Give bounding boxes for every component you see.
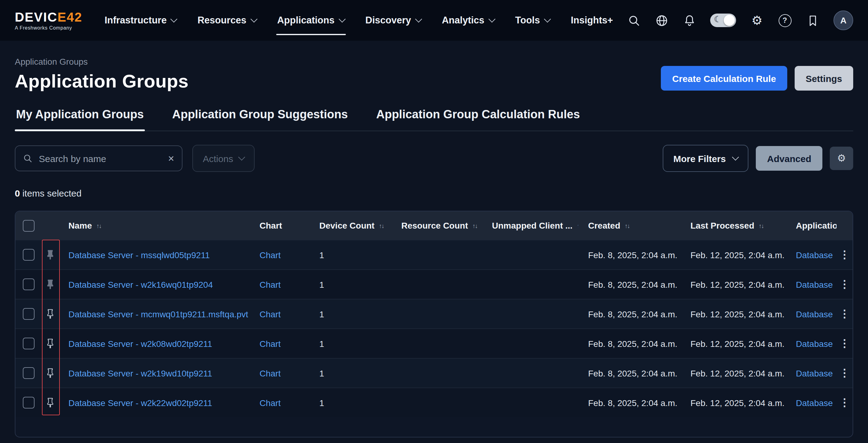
- actions-dropdown[interactable]: Actions: [192, 145, 255, 172]
- pin-icon[interactable]: [45, 398, 55, 408]
- actions-label: Actions: [203, 153, 233, 164]
- application-link[interactable]: Database: [796, 250, 833, 260]
- nav-item-analytics[interactable]: Analytics: [442, 0, 494, 41]
- tab-my-application-groups[interactable]: My Application Groups: [15, 104, 145, 131]
- column-header-last-processed[interactable]: Last Processed↑↓: [681, 221, 786, 230]
- row-menu-icon[interactable]: ⋮: [839, 279, 850, 290]
- column-header-name[interactable]: Name↑↓: [59, 221, 250, 230]
- table-row: Database Server - w2k08wd02tp9211 Chart …: [16, 328, 852, 358]
- sort-icon[interactable]: ↑↓: [624, 222, 629, 229]
- column-header-resource-count[interactable]: Resource Count↑↓: [392, 221, 482, 230]
- settings-gear-icon[interactable]: ⚙: [750, 13, 764, 27]
- help-icon[interactable]: ?: [778, 13, 792, 27]
- create-calculation-rule-button[interactable]: Create Calculation Rule: [661, 66, 787, 91]
- tab-bar: My Application Groups Application Group …: [15, 104, 853, 131]
- bookmark-icon[interactable]: [806, 13, 819, 27]
- row-menu-icon[interactable]: ⋮: [839, 309, 850, 319]
- row-checkbox[interactable]: [23, 367, 34, 379]
- page-title: Application Groups: [15, 71, 189, 92]
- row-checkbox[interactable]: [23, 308, 34, 320]
- pin-icon[interactable]: [45, 250, 55, 260]
- application-link[interactable]: Database: [796, 368, 833, 378]
- row-menu-icon[interactable]: ⋮: [839, 250, 850, 260]
- row-checkbox[interactable]: [23, 249, 34, 261]
- column-header-unmapped-client[interactable]: Unmapped Client ...↑↓: [482, 221, 578, 230]
- notifications-bell-icon[interactable]: [682, 13, 696, 27]
- tab-application-group-calculation-rules[interactable]: Application Group Calculation Rules: [375, 104, 581, 131]
- group-name-link[interactable]: Database Server - w2k16wq01tp9204: [68, 279, 213, 289]
- group-name-link[interactable]: Database Server - mssqlwd05tp9211: [68, 250, 210, 260]
- user-avatar[interactable]: A: [834, 10, 853, 30]
- device42-logo[interactable]: DEVICE42 A Freshworks Company: [15, 10, 82, 31]
- chevron-down-icon: [250, 16, 257, 23]
- application-link[interactable]: Database: [796, 398, 833, 408]
- nav-item-infrastructure[interactable]: Infrastructure: [104, 0, 177, 41]
- pin-icon[interactable]: [45, 279, 55, 290]
- search-input-icon: [23, 153, 33, 163]
- chevron-down-icon: [170, 16, 178, 23]
- sort-icon[interactable]: ↑↓: [472, 222, 477, 229]
- row-checkbox[interactable]: [23, 279, 34, 290]
- group-name-link[interactable]: Database Server - mcmwq01tp9211.msftqa.p…: [68, 309, 248, 319]
- gear-icon: ⚙: [837, 153, 846, 163]
- selection-number: 0: [15, 188, 20, 198]
- group-name-link[interactable]: Database Server - w2k08wd02tp9211: [68, 339, 212, 348]
- column-header-device-count[interactable]: Device Count↑↓: [309, 221, 392, 230]
- group-name-link[interactable]: Database Server - w2k22wd02tp9211: [68, 398, 212, 408]
- chart-link[interactable]: Chart: [259, 250, 280, 260]
- created-cell: Feb. 8, 2025, 2:04 a.m.: [578, 368, 681, 378]
- pin-icon[interactable]: [45, 368, 55, 378]
- sort-icon[interactable]: ↑↓: [379, 222, 384, 229]
- pin-icon[interactable]: [45, 338, 55, 349]
- tab-application-group-suggestions[interactable]: Application Group Suggestions: [171, 104, 349, 131]
- search-box: ✕: [15, 146, 183, 171]
- device-count-cell: 1: [309, 309, 392, 319]
- chevron-down-icon: [488, 16, 495, 23]
- group-name-link[interactable]: Database Server - w2k19wd10tp9211: [68, 368, 212, 378]
- nav-item-resources[interactable]: Resources: [197, 0, 256, 41]
- logo-text: DEVICE42: [15, 10, 82, 24]
- more-filters-dropdown[interactable]: More Filters: [663, 145, 749, 172]
- column-header-created[interactable]: Created↑↓: [578, 221, 681, 230]
- chart-link[interactable]: Chart: [259, 279, 280, 289]
- pin-icon[interactable]: [45, 309, 55, 319]
- created-cell: Feb. 8, 2025, 2:04 a.m.: [578, 398, 681, 408]
- clear-search-icon[interactable]: ✕: [168, 154, 175, 163]
- application-link[interactable]: Database: [796, 339, 833, 348]
- search-icon[interactable]: [627, 13, 641, 27]
- sort-icon[interactable]: ↑↓: [96, 222, 101, 229]
- application-link[interactable]: Database: [796, 279, 833, 289]
- settings-button[interactable]: Settings: [795, 66, 853, 91]
- row-checkbox[interactable]: [23, 397, 34, 409]
- advanced-button[interactable]: Advanced: [756, 146, 823, 171]
- nav-item-discovery[interactable]: Discovery: [365, 0, 421, 41]
- row-menu-icon[interactable]: ⋮: [839, 368, 850, 378]
- chart-link[interactable]: Chart: [259, 339, 280, 348]
- navbar-right: ☾ ⚙ ? A: [627, 10, 853, 30]
- sort-icon[interactable]: ↑↓: [758, 222, 764, 229]
- page-content: Application Groups Application Groups Cr…: [0, 41, 868, 438]
- nav-item-insights[interactable]: Insights+: [571, 0, 613, 41]
- select-all-checkbox[interactable]: [23, 220, 34, 231]
- chart-link[interactable]: Chart: [259, 398, 280, 408]
- theme-toggle[interactable]: ☾: [710, 13, 736, 27]
- globe-icon[interactable]: [655, 13, 668, 27]
- application-groups-table: Name↑↓ChartDevice Count↑↓Resource Count↑…: [15, 211, 853, 438]
- row-menu-icon[interactable]: ⋮: [839, 338, 850, 349]
- application-link[interactable]: Database: [796, 309, 833, 319]
- column-header-application: Application: [786, 221, 837, 230]
- chart-link[interactable]: Chart: [259, 309, 280, 319]
- logo-tagline: A Freshworks Company: [15, 25, 82, 31]
- row-menu-icon[interactable]: ⋮: [839, 398, 850, 408]
- search-input[interactable]: [38, 153, 163, 164]
- chevron-down-icon: [544, 16, 551, 23]
- chart-link[interactable]: Chart: [259, 368, 280, 378]
- table-row: Database Server - w2k22wd02tp9211 Chart …: [16, 387, 852, 417]
- nav-item-tools[interactable]: Tools: [515, 0, 550, 41]
- table-settings-button[interactable]: ⚙: [830, 147, 853, 170]
- table-body: Database Server - mssqlwd05tp9211 Chart …: [16, 240, 852, 417]
- selection-label: items selected: [23, 188, 82, 198]
- chevron-down-icon: [732, 154, 739, 161]
- row-checkbox[interactable]: [23, 338, 34, 349]
- nav-item-applications[interactable]: Applications: [277, 0, 344, 41]
